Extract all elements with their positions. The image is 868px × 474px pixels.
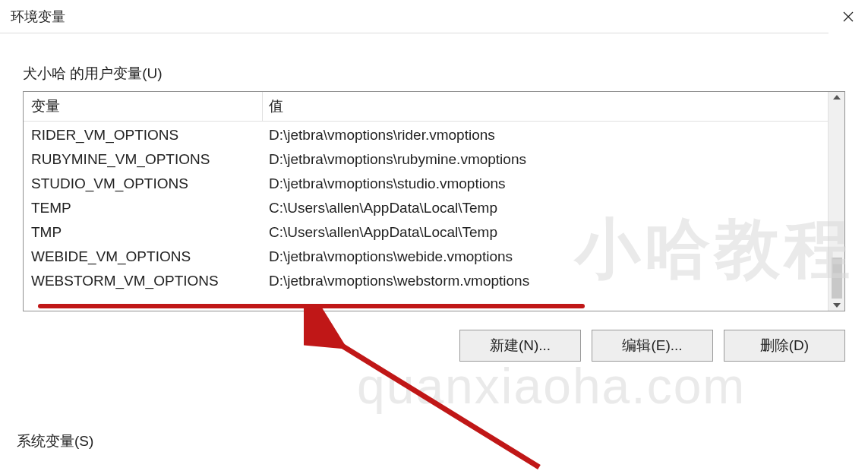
user-vars-label: 犬小哈 的用户变量(U) <box>23 64 845 84</box>
delete-button[interactable]: 删除(D) <box>724 330 845 362</box>
var-value: D:\jetbra\vmoptions\webstorm.vmoptions <box>263 269 828 293</box>
var-name: RUBYMINE_VM_OPTIONS <box>24 147 263 172</box>
table-row[interactable]: RIDER_VM_OPTIONS D:\jetbra\vmoptions\rid… <box>24 123 828 147</box>
table-row[interactable]: TEMP C:\Users\allen\AppData\Local\Temp <box>24 196 828 220</box>
window-title: 环境变量 <box>11 8 65 26</box>
system-vars-label: 系统变量(S) <box>17 431 93 451</box>
var-name: WEBIDE_VM_OPTIONS <box>24 245 263 269</box>
user-vars-listbox[interactable]: 变量 值 RIDER_VM_OPTIONS D:\jetbra\vmoption… <box>23 91 845 311</box>
var-value: C:\Users\allen\AppData\Local\Temp <box>263 220 828 245</box>
watermark-text: quanxiaoha.com <box>357 357 746 415</box>
titlebar: 环境变量 <box>0 0 868 33</box>
close-button[interactable] <box>829 0 868 33</box>
var-name: RIDER_VM_OPTIONS <box>24 123 263 147</box>
table-row[interactable]: STUDIO_VM_OPTIONS D:\jetbra\vmoptions\st… <box>24 172 828 196</box>
dialog-body: 犬小哈 的用户变量(U) 变量 值 RIDER_VM_OPTIONS D:\je… <box>11 49 857 362</box>
user-vars-buttons: 新建(N)... 编辑(E)... 删除(D) <box>23 330 845 362</box>
table-row[interactable]: TMP C:\Users\allen\AppData\Local\Temp <box>24 220 828 245</box>
var-value: C:\Users\allen\AppData\Local\Temp <box>263 196 828 220</box>
table-row[interactable]: RUBYMINE_VM_OPTIONS D:\jetbra\vmoptions\… <box>24 147 828 172</box>
edit-button[interactable]: 编辑(E)... <box>592 330 713 362</box>
var-name: TMP <box>24 220 263 245</box>
column-header-name[interactable]: 变量 <box>24 92 263 121</box>
new-button[interactable]: 新建(N)... <box>459 330 581 362</box>
var-name: WEBSTORM_VM_OPTIONS <box>24 269 263 293</box>
var-value: D:\jetbra\vmoptions\studio.vmoptions <box>263 172 828 196</box>
table-row[interactable]: WEBSTORM_VM_OPTIONS D:\jetbra\vmoptions\… <box>24 269 828 293</box>
list-rows: RIDER_VM_OPTIONS D:\jetbra\vmoptions\rid… <box>24 122 828 295</box>
highlight-underline <box>38 304 585 308</box>
scroll-down-icon[interactable] <box>833 303 841 308</box>
close-icon <box>842 11 854 23</box>
table-row[interactable]: WEBIDE_VM_OPTIONS D:\jetbra\vmoptions\we… <box>24 245 828 269</box>
column-header-value[interactable]: 值 <box>263 92 828 121</box>
var-name: TEMP <box>24 196 263 220</box>
var-value: D:\jetbra\vmoptions\rider.vmoptions <box>263 123 828 147</box>
scrollbar[interactable] <box>828 92 844 311</box>
var-value: D:\jetbra\vmoptions\rubymine.vmoptions <box>263 147 828 172</box>
var-value: D:\jetbra\vmoptions\webide.vmoptions <box>263 245 828 269</box>
var-name: STUDIO_VM_OPTIONS <box>24 172 263 196</box>
scroll-up-icon[interactable] <box>833 95 841 100</box>
scroll-thumb[interactable] <box>832 258 842 299</box>
list-header: 变量 值 <box>24 92 828 122</box>
